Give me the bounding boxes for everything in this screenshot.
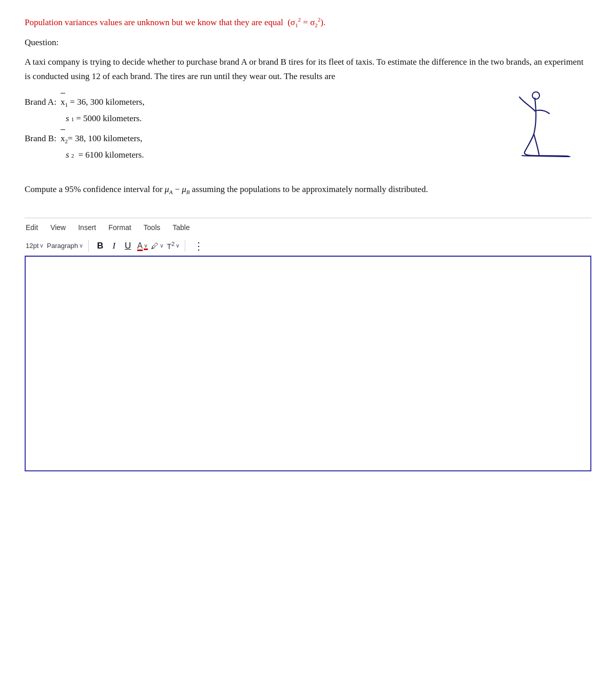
brand-section: Brand A: x1 = 36, 300 kilometers, s1= 50… [25, 93, 591, 170]
font-color-label: A [137, 241, 143, 251]
more-options-button[interactable]: ⋮ [190, 239, 207, 253]
handwriting-sketch [478, 88, 591, 170]
menu-view[interactable]: View [50, 222, 66, 233]
brand-a-xbar: x1 = 36, 300 kilometers, [61, 93, 144, 110]
mu-a: μA [165, 184, 172, 194]
paragraph-chevron: ∨ [79, 242, 83, 249]
highlight-chevron: ∨ [160, 242, 164, 249]
italic-button[interactable]: I [109, 240, 119, 252]
formatting-bar: 12pt ∨ Paragraph ∨ B I U A ∨ 🖊 ∨ T2 [25, 237, 591, 256]
brand-b-xbar-line: Brand B: x2= 38, 100 kilometers, [25, 129, 468, 147]
highlight-icon: 🖊 [151, 241, 159, 250]
paragraph-value: Paragraph [47, 242, 78, 250]
superscript-label: T2 [167, 241, 175, 251]
menu-bar: Edit View Insert Format Tools Table [25, 222, 591, 233]
mu-b: μB [182, 184, 189, 194]
brand-a-s-line: s1= 5000 kilometers. [25, 110, 468, 127]
menu-edit[interactable]: Edit [26, 222, 38, 233]
superscript-dropdown[interactable]: T2 ∨ [167, 241, 180, 251]
answer-box[interactable] [25, 256, 591, 471]
svg-point-0 [532, 92, 540, 99]
problem-text: A taxi company is trying to decide wheth… [25, 55, 591, 84]
brand-data: Brand A: x1 = 36, 300 kilometers, s1= 50… [25, 93, 468, 163]
brand-b-s-line: s2 = 6100 kilometers. [25, 147, 468, 163]
xbar2: x [61, 129, 65, 147]
brand-a-xbar-line: Brand A: x1 = 36, 300 kilometers, [25, 93, 468, 110]
brand-b-s: s [66, 147, 69, 163]
paragraph-dropdown[interactable]: Paragraph ∨ [47, 242, 83, 250]
highlight-dropdown[interactable]: 🖊 ∨ [151, 241, 164, 250]
menu-tools[interactable]: Tools [144, 222, 161, 233]
brand-a-label: Brand A: [25, 94, 59, 110]
toolbar-container: Edit View Insert Format Tools Table 12pt… [25, 218, 591, 256]
font-size-chevron: ∨ [40, 242, 44, 249]
font-size-dropdown[interactable]: 12pt ∨ [26, 242, 44, 250]
compute-text: Compute a 95% confidence interval for μA… [25, 182, 591, 197]
brand-b-label: Brand B: [25, 130, 59, 147]
menu-insert[interactable]: Insert [78, 222, 96, 233]
question-label: Question: [25, 37, 591, 48]
superscript-chevron: ∨ [176, 242, 180, 249]
toolbar-divider-2 [185, 240, 185, 252]
underline-button[interactable]: U [122, 240, 134, 252]
xbar1: x [61, 93, 65, 110]
bold-button[interactable]: B [94, 240, 106, 252]
menu-format[interactable]: Format [108, 222, 131, 233]
variance-heading: Population variances values are unknown … [25, 16, 591, 28]
menu-table[interactable]: Table [172, 222, 189, 233]
font-size-value: 12pt [26, 242, 38, 250]
font-color-chevron: ∨ [144, 242, 148, 249]
font-color-dropdown[interactable]: A ∨ [137, 241, 148, 251]
brand-b-xbar: x2= 38, 100 kilometers, [61, 129, 142, 147]
brand-a-s: s [66, 110, 69, 127]
toolbar-divider-1 [88, 240, 89, 252]
